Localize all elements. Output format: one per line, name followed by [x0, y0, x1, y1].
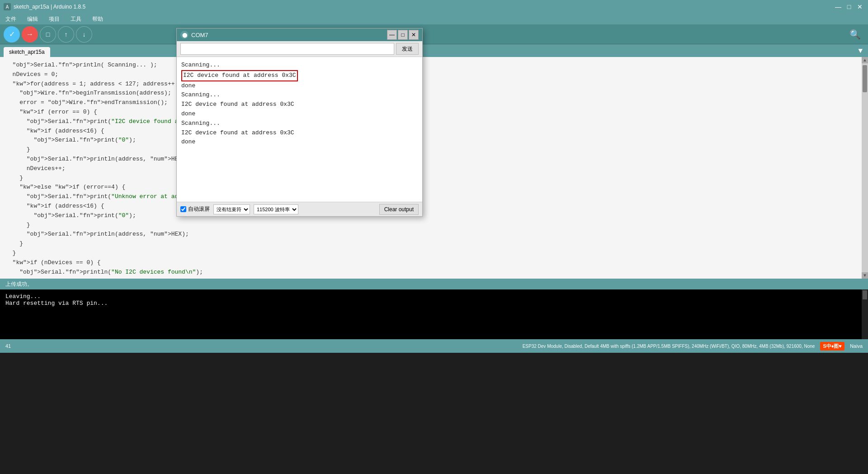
serial-output-line: Scanning...: [181, 119, 418, 128]
dialog-footer: 自动滚屏 没有结束符 换行 回车 两者都有 9600 波特率 115200 波特…: [177, 202, 422, 216]
console-scrollbar[interactable]: [862, 289, 868, 339]
dialog-maximize-button[interactable]: □: [398, 30, 408, 40]
open-button[interactable]: ↑: [58, 26, 74, 43]
autoscroll-checkbox[interactable]: [180, 206, 186, 212]
serial-output-line: I2C device found at address 0x3C: [181, 100, 418, 109]
dialog-minimize-button[interactable]: —: [387, 30, 397, 40]
scroll-up-arrow[interactable]: ▲: [862, 57, 868, 63]
status-message: 上传成功。: [5, 280, 33, 288]
console-line-1: Leaving...: [5, 293, 863, 300]
status-bar: 上传成功。: [0, 279, 868, 289]
code-line: "kw">if (nDevices == 0) {: [5, 258, 856, 268]
dialog-input-row: 发送: [177, 41, 422, 57]
code-line: "kw">if (address<16) {: [5, 127, 856, 136]
code-line: }: [5, 277, 856, 279]
code-line: "kw">else "kw">if (error==4) {: [5, 183, 856, 192]
tab-expand-button[interactable]: ▼: [856, 45, 864, 57]
dialog-title: COM7: [191, 32, 386, 38]
serial-output-line: Scanning...: [181, 90, 418, 100]
code-line: "obj">Serial."fn">println( Scanning... )…: [5, 61, 856, 70]
code-scrollbar[interactable]: ▲ ▼: [862, 57, 868, 279]
code-line: "obj">Serial."fn">println(address, "num"…: [5, 155, 856, 164]
menu-project[interactable]: 项目: [47, 14, 61, 24]
serial-output-line: done: [181, 109, 418, 119]
code-line: "obj">Serial."fn">print("Unknow error at…: [5, 192, 856, 202]
title-bar: A sketch_apr15a | Arduino 1.8.5 — □ ✕: [0, 0, 868, 14]
serial-output[interactable]: Scanning...I2C device found at address 0…: [177, 57, 422, 202]
save-button[interactable]: ↓: [76, 26, 92, 43]
console-line-2: Hard resetting via RTS pin...: [5, 300, 863, 307]
scroll-down-arrow[interactable]: ▼: [862, 272, 868, 279]
line-num-value: 41: [5, 343, 11, 349]
serial-monitor-button[interactable]: 🔍: [846, 27, 864, 42]
serial-input[interactable]: [180, 43, 394, 55]
code-line: "obj">Wire."fn">beginTransmission(addres…: [5, 89, 856, 98]
serial-output-line: I2C device found at address 0x3C: [181, 128, 418, 138]
send-button[interactable]: 发送: [396, 43, 419, 55]
scroll-thumb[interactable]: [863, 65, 867, 92]
highlighted-serial-line: I2C device found at address 0x3C: [181, 70, 298, 81]
toolbar: ✓ → □ ↑ ↓ 🔍: [0, 24, 868, 44]
code-line: "kw">if (address<16) {: [5, 202, 856, 211]
window-title: sketch_apr15a | Arduino 1.8.5: [14, 4, 834, 10]
maximize-button[interactable]: □: [844, 2, 854, 11]
menu-bar: 文件 编辑 项目 工具 帮助: [0, 14, 868, 24]
clear-output-button[interactable]: Clear output: [379, 204, 419, 215]
menu-tools[interactable]: 工具: [69, 14, 83, 24]
dialog-icon: ⬤: [180, 31, 189, 39]
baud-rate-select[interactable]: 9600 波特率 115200 波特率: [254, 204, 298, 214]
autoscroll-checkbox-label[interactable]: 自动滚屏: [180, 205, 210, 213]
serial-output-line: Scanning...: [181, 61, 418, 70]
code-line: "obj">Serial."fn">print("0");: [5, 211, 856, 221]
code-line: "obj">Serial."fn">println("No I2C device…: [5, 268, 856, 277]
code-line: }: [5, 221, 856, 230]
bottom-status-bar: 41 ESP32 Dev Module, Disabled, Default 4…: [0, 339, 868, 353]
window-controls: — □ ✕: [834, 2, 864, 11]
code-line: "obj">Serial."fn">println(address, "num"…: [5, 230, 856, 239]
tab-sketch[interactable]: sketch_apr15a: [4, 47, 50, 57]
app-icon: A: [4, 3, 11, 10]
tab-bar: sketch_apr15a ▼: [0, 44, 868, 57]
close-button[interactable]: ✕: [855, 2, 864, 11]
code-lines: "obj">Serial."fn">println( Scanning... )…: [5, 61, 856, 279]
menu-edit[interactable]: 编辑: [25, 14, 40, 24]
dialog-title-bar: ⬤ COM7 — □ ✕: [177, 28, 422, 41]
upload-button[interactable]: →: [22, 26, 38, 43]
code-line: "obj">Serial."fn">print("0");: [5, 136, 856, 145]
naiva-text: Naiva: [850, 343, 863, 349]
serial-monitor-dialog: ⬤ COM7 — □ ✕ 发送 Scanning...I2C device fo…: [176, 28, 423, 217]
code-line: nDevices = 0;: [5, 70, 856, 80]
serial-output-line: done: [181, 137, 418, 147]
code-line: }: [5, 239, 856, 249]
board-info: ESP32 Dev Module, Disabled, Default 4MB …: [523, 344, 815, 349]
code-line: }: [5, 249, 856, 258]
code-line: "obj">Serial."fn">print("I2C device foun…: [5, 117, 856, 127]
bottom-right-info: ESP32 Dev Module, Disabled, Default 4MB …: [523, 342, 863, 351]
menu-file[interactable]: 文件: [4, 14, 18, 24]
code-line: "kw">for(address = 1; address < 127; add…: [5, 80, 856, 89]
console-scroll-thumb[interactable]: [863, 290, 867, 299]
console-area: Leaving... Hard resetting via RTS pin...: [0, 289, 868, 339]
verify-button[interactable]: ✓: [4, 26, 20, 43]
menu-help[interactable]: 帮助: [90, 14, 105, 24]
console-content: Leaving... Hard resetting via RTS pin...: [0, 289, 868, 339]
code-line: }: [5, 145, 856, 155]
code-line: }: [5, 174, 856, 183]
serial-output-line: I2C device found at address 0x3C: [181, 70, 418, 81]
main-area: "obj">Serial."fn">println( Scanning... )…: [0, 57, 868, 279]
line-ending-select[interactable]: 没有结束符 换行 回车 两者都有: [213, 204, 250, 214]
code-editor[interactable]: "obj">Serial."fn">println( Scanning... )…: [0, 57, 862, 279]
new-button[interactable]: □: [40, 26, 56, 43]
code-line: error = "obj">Wire."fn">endTransmission(…: [5, 98, 856, 108]
dialog-close-button[interactable]: ✕: [409, 30, 419, 40]
code-line: nDevices++;: [5, 164, 856, 174]
serial-output-line: done: [181, 81, 418, 91]
code-line: "kw">if (error == 0) {: [5, 108, 856, 117]
line-number: 41: [5, 343, 11, 349]
csdn-badge: S中♦图♥: [820, 342, 844, 351]
minimize-button[interactable]: —: [834, 2, 843, 11]
autoscroll-label: 自动滚屏: [188, 205, 210, 213]
